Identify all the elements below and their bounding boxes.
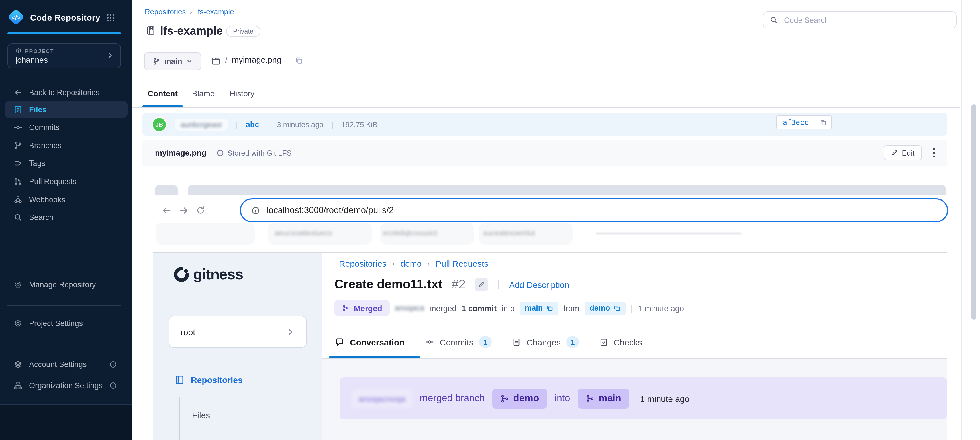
breadcrumb-repositories[interactable]: Repositories <box>145 7 186 16</box>
webhook-icon <box>14 195 22 204</box>
sidebar-item-search[interactable]: Search <box>5 209 127 226</box>
sidebar-divider <box>7 345 121 345</box>
active-pr-tab-underline <box>329 356 420 359</box>
code-search <box>763 11 957 29</box>
lfs-note-text: Stored with Git LFS <box>228 148 292 157</box>
sidebar-item-label: Commits <box>29 123 60 131</box>
copy-sha-icon[interactable] <box>815 116 831 129</box>
tab-changes[interactable]: Changes 1 <box>512 336 579 348</box>
avatar[interactable]: JB <box>151 116 167 132</box>
commit-sha[interactable]: af3ecc <box>776 118 815 126</box>
summary-commit-count: 1 commit <box>461 303 496 312</box>
summary-from-word: from <box>563 303 579 312</box>
sidebar-item-account-settings[interactable]: Account Settings <box>5 356 127 373</box>
summary-merged-word: merged <box>429 303 457 312</box>
sidebar-item-branches[interactable]: Branches <box>5 137 127 154</box>
commit-author-redacted: aunbcrgeaor <box>181 120 222 129</box>
gitness-project-selector[interactable]: root <box>169 316 307 348</box>
more-options-kebab[interactable] <box>929 146 939 159</box>
changes-count-badge: 1 <box>566 336 579 348</box>
sidebar-item-label: Webhooks <box>29 195 65 204</box>
sidebar-item-commits[interactable]: Commits <box>5 118 127 136</box>
info-icon <box>110 360 117 368</box>
tab-label: Commits <box>440 337 474 347</box>
merged-label: Merged <box>354 303 382 312</box>
browser-tab-fragment <box>155 185 178 196</box>
edit-label: Edit <box>902 148 915 157</box>
merge-action-text: merged branch <box>420 393 485 404</box>
gitness-sidebar-item-repositories[interactable]: Repositories <box>175 375 243 385</box>
module-grid-icon[interactable] <box>106 13 115 22</box>
file-icon <box>14 105 22 114</box>
gitness-breadcrumb-pull-requests[interactable]: Pull Requests <box>436 259 488 268</box>
copy-icon[interactable] <box>613 304 620 311</box>
tab-checks[interactable]: Checks <box>600 337 642 347</box>
tab-label: Conversation <box>350 337 404 347</box>
browser-back-icon <box>162 206 172 215</box>
summary-into-word: into <box>502 303 514 312</box>
source-branch-chip[interactable]: demo <box>584 301 625 315</box>
divider: | <box>236 120 238 129</box>
browser-tabstrip-fragment <box>188 185 946 196</box>
sidebar-item-label: Organization Settings <box>29 381 103 389</box>
sidebar-item-files[interactable]: Files <box>5 101 127 118</box>
copy-path-icon[interactable] <box>295 56 303 64</box>
visibility-badge: Private <box>226 26 260 37</box>
divider: | <box>630 303 633 313</box>
edit-title-button[interactable] <box>475 278 488 291</box>
sidebar-item-organization-settings[interactable]: Organization Settings <box>5 377 127 394</box>
commit-message-link[interactable]: abc <box>246 120 259 129</box>
sidebar-divider <box>7 306 121 306</box>
page: </> Code Repository PROJECT johannes <box>0 0 980 440</box>
sidebar-item-webhooks[interactable]: Webhooks <box>5 191 127 208</box>
sidebar-item-project-settings[interactable]: Project Settings <box>5 315 127 332</box>
gitness-breadcrumb: Repositories › demo › Pull Requests <box>339 259 488 268</box>
commit-sha-chip[interactable]: af3ecc <box>776 115 832 129</box>
git-merge-icon <box>342 304 349 312</box>
add-description-link[interactable]: Add Description <box>509 279 570 289</box>
edit-button[interactable]: Edit <box>884 145 922 160</box>
browser-forward-icon <box>179 206 189 215</box>
divider: | <box>267 120 269 129</box>
bookmark-blob <box>156 223 255 244</box>
chevron-right-icon <box>106 51 114 59</box>
changes-file-icon <box>512 338 521 346</box>
tab-history[interactable]: History <box>230 89 255 98</box>
target-branch-chip[interactable]: main <box>578 388 629 408</box>
app-logo-icon: </> <box>7 8 24 26</box>
tab-content[interactable]: Content <box>148 89 178 98</box>
folder-icon <box>212 56 221 65</box>
sidebar-item-pull-requests[interactable]: Pull Requests <box>5 173 127 190</box>
tab-commits[interactable]: Commits 1 <box>425 336 492 348</box>
lfs-badge: Stored with Git LFS <box>217 148 292 157</box>
project-name: johannes <box>15 55 120 64</box>
target-branch-chip[interactable]: main <box>520 301 558 315</box>
sidebar-item-tags[interactable]: Tags <box>5 155 127 172</box>
page-scrollbar[interactable] <box>972 104 976 320</box>
divider: | <box>497 279 500 290</box>
code-search-input[interactable] <box>783 15 950 25</box>
merge-author-redacted: anoqacnoqa <box>352 389 412 408</box>
tabs-bottom-border <box>132 107 960 108</box>
breadcrumb-current[interactable]: lfs-example <box>196 7 234 16</box>
tab-blame[interactable]: Blame <box>192 89 215 98</box>
sidebar-item-back-to-repositories[interactable]: Back to Repositories <box>5 84 127 101</box>
chevron-separator: › <box>422 259 436 268</box>
gitness-logo-text: gitness <box>193 266 243 283</box>
browser-reload-icon <box>196 206 205 215</box>
source-branch-chip[interactable]: demo <box>492 388 547 408</box>
sidebar-item-label: Back to Repositories <box>29 88 100 97</box>
gitness-breadcrumb-repositories[interactable]: Repositories <box>339 259 387 268</box>
divider: | <box>331 120 333 129</box>
sidebar-item-label: Search <box>29 213 54 222</box>
tree-indent-guide <box>180 397 180 440</box>
branch-selector[interactable]: main <box>144 53 201 70</box>
pr-title-row: Create demo11.txt #2 | Add Description <box>334 277 570 292</box>
gitness-breadcrumb-repo[interactable]: demo <box>400 259 422 268</box>
sidebar-item-label: Project Settings <box>29 319 83 327</box>
gitness-sidebar-item-files[interactable]: Files <box>192 410 210 420</box>
sidebar-item-manage-repository[interactable]: Manage Repository <box>5 276 127 293</box>
tab-conversation[interactable]: Conversation <box>335 337 404 347</box>
project-switcher[interactable]: PROJECT johannes <box>7 43 121 69</box>
copy-icon[interactable] <box>546 304 553 311</box>
